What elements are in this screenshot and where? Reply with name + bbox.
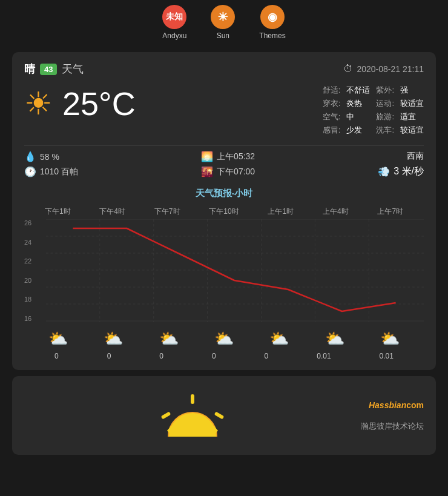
avatar-sun: ☀	[211, 5, 235, 29]
hassbian-title: Hassbiancom	[369, 400, 424, 418]
forecast-cloud-6: ⛅	[380, 329, 400, 348]
detail-label-cold: 感冒:	[323, 125, 341, 136]
sun-icon: ☀	[24, 88, 53, 119]
detail-value-air: 中	[346, 111, 370, 122]
svg-rect-13	[191, 394, 194, 404]
detail-value-carwash: 较适宜	[400, 125, 424, 136]
forecast-time-2: 下午7时	[154, 207, 180, 217]
sunset-value: 下午07:00	[217, 167, 255, 177]
pressure-stat: 🕐 1010 百帕	[24, 166, 78, 177]
forecast-time-1: 下午4时	[99, 207, 125, 217]
precip-2: 0	[159, 352, 163, 360]
weather-type: 天气	[62, 62, 84, 76]
forecast-precip-row: 0 0 0 0 0 0.01 0.01	[24, 352, 424, 360]
nav-label-sun: Sun	[217, 31, 229, 40]
aqi-badge: 43	[40, 64, 57, 75]
detail-label-air: 空气:	[323, 111, 341, 122]
y-label-5: 16	[24, 315, 31, 322]
wind-speed-stat: 💨 3 米/秒	[378, 165, 424, 178]
temperature-display: 25°C	[62, 85, 136, 122]
forecast-time-5: 上午4时	[323, 207, 349, 217]
wind-speed-value: 3 米/秒	[394, 165, 424, 178]
precip-5: 0.01	[317, 352, 331, 360]
clock-icon: ⏱	[343, 64, 353, 74]
y-label-3: 20	[24, 277, 31, 284]
avatar-andyxu: 未知	[162, 5, 186, 29]
weather-condition: 晴	[24, 62, 35, 76]
precip-6: 0.01	[380, 352, 394, 360]
wind-block: 西南 💨 3 米/秒	[378, 151, 424, 178]
precip-3: 0	[212, 352, 216, 360]
detail-label-comfort: 舒适:	[323, 85, 341, 96]
pressure-value: 1010 百帕	[40, 167, 78, 177]
forecast-cloud-2: ⛅	[159, 329, 179, 348]
wind-direction: 西南	[407, 151, 424, 162]
forecast-section: 天气预报-小时 下午1时 下午4时 下午7时 下午10时 上午1时 上午4时 上…	[24, 188, 424, 360]
detail-value-exercise: 较适宜	[400, 98, 424, 109]
weather-stats: 💧 58 % 🕐 1010 百帕 🌅 上午05:32 🌇 下午07:00 西南 …	[24, 145, 424, 178]
stat-block-left: 💧 58 % 🕐 1010 百帕	[24, 151, 78, 177]
weather-details-grid: 舒适: 不舒适 紫外: 强 穿衣: 炎热 运动: 较适宜 空气: 中 旅游: 适…	[323, 85, 424, 136]
big-sun-container	[24, 388, 361, 443]
y-label-4: 18	[24, 296, 31, 303]
hassbian-subtitle: 瀚思彼岸技术论坛	[361, 421, 424, 432]
y-label-2: 22	[24, 257, 31, 265]
forecast-title: 天气预报-小时	[24, 188, 424, 199]
weather-main: ☀ 25°C 舒适: 不舒适 紫外: 强 穿衣: 炎热 运动: 较适宜 空气: …	[24, 85, 424, 136]
forecast-cloud-1: ⛅	[104, 329, 123, 348]
detail-value-uv: 强	[400, 85, 424, 96]
weather-time: ⏱ 2020-08-21 21:11	[343, 64, 424, 74]
forecast-time-6: 上午7时	[377, 207, 403, 217]
nav-item-themes[interactable]: ◉ Themes	[259, 5, 285, 40]
stat-block-mid: 🌅 上午05:32 🌇 下午07:00	[201, 151, 255, 177]
nav-item-sun[interactable]: ☀ Sun	[211, 5, 235, 40]
detail-label-exercise: 运动:	[376, 98, 394, 109]
hassbian-logo: Hassbiancom 瀚思彼岸技术论坛	[361, 400, 424, 432]
y-axis-labels: 26 24 22 20 18 16	[24, 219, 31, 322]
precip-1: 0	[107, 352, 111, 360]
detail-value-travel: 适宜	[400, 111, 424, 122]
forecast-cloud-0: ⛅	[48, 329, 68, 348]
forecast-cloud-4: ⛅	[269, 329, 289, 348]
y-label-1: 24	[24, 239, 31, 246]
hassbian-sup: com	[406, 400, 424, 410]
weather-title: 晴 43 天气	[24, 62, 84, 76]
nav-label-themes: Themes	[259, 31, 285, 40]
temperature-line	[73, 228, 395, 311]
avatar-themes: ◉	[260, 5, 285, 29]
top-navigation: 未知 Andyxu ☀ Sun ◉ Themes	[0, 0, 448, 46]
forecast-time-4: 上午1时	[268, 207, 294, 217]
nav-item-andyxu[interactable]: 未知 Andyxu	[162, 5, 186, 40]
forecast-cloud-5: ⛅	[325, 329, 344, 348]
svg-rect-15	[214, 411, 225, 419]
detail-value-comfort: 不舒适	[346, 85, 370, 96]
y-label-0: 26	[24, 219, 31, 227]
forecast-svg	[46, 219, 424, 322]
detail-value-clothing: 炎热	[346, 98, 370, 109]
humidity-icon: 💧	[24, 151, 36, 162]
sunset-icon: 🌇	[201, 166, 213, 177]
humidity-value: 58 %	[40, 152, 59, 162]
detail-value-cold: 少发	[346, 125, 370, 136]
forecast-time-labels: 下午1时 下午4时 下午7时 下午10时 上午1时 上午4时 上午7时	[24, 207, 424, 217]
big-sun-svg	[156, 388, 229, 443]
weather-datetime: 2020-08-21 21:11	[357, 64, 424, 74]
forecast-chart-wrapper: 26 24 22 20 18 16	[24, 219, 424, 322]
nav-label-andyxu: Andyxu	[162, 31, 186, 40]
precip-4: 0	[265, 352, 269, 360]
second-card: Hassbiancom 瀚思彼岸技术论坛	[12, 376, 436, 455]
weather-card: 晴 43 天气 ⏱ 2020-08-21 21:11 ☀ 25°C 舒适: 不舒…	[12, 52, 436, 370]
forecast-time-3: 下午10时	[209, 207, 239, 217]
detail-label-clothing: 穿衣:	[323, 98, 341, 109]
detail-label-uv: 紫外:	[376, 85, 394, 96]
detail-label-carwash: 洗车:	[376, 125, 394, 136]
sunrise-value: 上午05:32	[217, 151, 255, 162]
sunrise-icon: 🌅	[201, 151, 213, 162]
sunset-stat: 🌇 下午07:00	[201, 166, 255, 177]
forecast-icons-row: ⛅ ⛅ ⛅ ⛅ ⛅ ⛅ ⛅	[24, 329, 424, 348]
weather-header: 晴 43 天气 ⏱ 2020-08-21 21:11	[24, 62, 424, 76]
svg-rect-14	[161, 411, 171, 419]
hassbian-com-text: Hassbian	[369, 400, 406, 410]
precip-0: 0	[54, 352, 59, 360]
chart-container	[46, 219, 424, 322]
